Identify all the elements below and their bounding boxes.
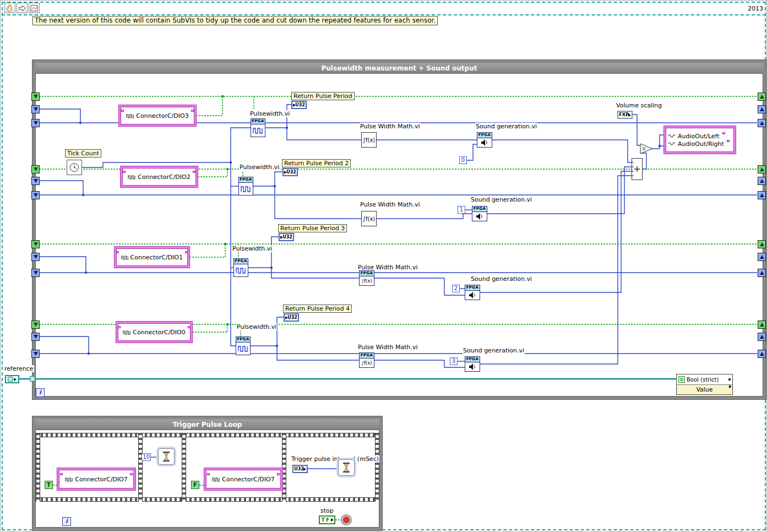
- fpga-io-node-dio2[interactable]: ConnectorC/DIO2: [121, 166, 198, 187]
- terminal-mark: [118, 326, 121, 328]
- shift-register-right-int-3a[interactable]: [758, 253, 766, 261]
- terminal-mark: [728, 378, 731, 381]
- shift-register-right-int-4a[interactable]: [758, 333, 766, 341]
- pulsewidth-vi-node[interactable]: FPGA: [251, 118, 265, 137]
- property-class-name: Bool (strict): [687, 377, 719, 383]
- fpga-io-node-dio3[interactable]: ConnectorC/DIO3: [119, 105, 196, 126]
- shift-register-right-int-1b[interactable]: [758, 119, 766, 127]
- shift-register-left-bool-4[interactable]: [31, 321, 40, 329]
- wait-ms-constant[interactable]: 10: [142, 453, 151, 461]
- shift-register-right-bool-3[interactable]: [758, 240, 766, 248]
- multiply-node[interactable]: [638, 140, 655, 157]
- fpga-io-node-dio7-set[interactable]: ConnectorC/DIO7: [57, 468, 135, 490]
- shift-register-left-int-3b[interactable]: [31, 269, 40, 277]
- pulse-width-math-label: Pulse Width Math.vi: [360, 123, 421, 130]
- tick-count-node[interactable]: [67, 160, 82, 175]
- shift-register-left-bool-3[interactable]: [31, 240, 40, 248]
- reference-tunnel[interactable]: [30, 376, 35, 382]
- pulsewidth-vi-node[interactable]: FPGA: [233, 258, 248, 277]
- plus-icon: [632, 159, 642, 180]
- control-arrow-icon: [628, 113, 631, 117]
- refnum-icon: [8, 377, 13, 382]
- fpga-io-node-dio0[interactable]: ConnectorC/DIO0: [116, 322, 192, 343]
- channel-constant-2[interactable]: 2: [452, 285, 460, 292]
- pulsewidth-vi-label: Pulsewidth.vi: [239, 164, 280, 171]
- sound-generation-node[interactable]: FPGA: [477, 132, 492, 148]
- shift-register-right-bool-4[interactable]: [758, 321, 766, 329]
- pulse-width-math-node[interactable]: FPGA ∫f(x): [359, 270, 374, 286]
- shift-register-right-int-2a[interactable]: [758, 177, 766, 185]
- trigger-loop-iteration-terminal[interactable]: i: [62, 517, 71, 526]
- pulsewidth-vi-node[interactable]: FPGA: [236, 336, 251, 355]
- tick-count-icon: [69, 162, 79, 172]
- wait-interval-node[interactable]: [338, 459, 355, 476]
- shift-register-left-int-1b[interactable]: [31, 119, 40, 127]
- shift-register-right-int-2b[interactable]: [758, 191, 766, 199]
- connector-name: ConnectorC/DIO2: [138, 173, 191, 181]
- hourglass-icon: [162, 451, 171, 462]
- sound-generation-node[interactable]: FPGA: [465, 285, 480, 300]
- connector-name: ConnectorC/DIO1: [130, 254, 183, 261]
- fpga-io-node-audioout[interactable]: AudioOut/Left AudioOut/Right: [664, 126, 736, 154]
- pulse-train-icon: [253, 127, 263, 134]
- digital-waveform-icon: [65, 477, 73, 482]
- return-pulse-period-terminal[interactable]: U32: [279, 233, 294, 241]
- pulse-width-math-node[interactable]: FPGA ∫f(x): [359, 352, 374, 368]
- shift-register-left-int-3a[interactable]: [31, 253, 40, 261]
- pulse-width-math-node[interactable]: ∫f(x): [361, 211, 377, 226]
- shift-register-left-int-2a[interactable]: [31, 177, 40, 185]
- pulsewidth-vi-label: Pulsewidth.vi: [249, 110, 290, 117]
- digital-waveform-icon: [128, 175, 135, 180]
- reference-terminal[interactable]: [5, 375, 19, 383]
- shift-register-left-int-2b[interactable]: [31, 191, 40, 199]
- property-value-row[interactable]: Value: [677, 384, 732, 394]
- shift-register-left-bool-1[interactable]: [31, 93, 40, 101]
- arrow-up-icon: [760, 95, 764, 99]
- volume-scaling-terminal[interactable]: FXP: [617, 111, 633, 119]
- true-constant[interactable]: T: [45, 481, 53, 489]
- terminal-mark: [277, 473, 280, 475]
- fpga-io-node-dio7-clear[interactable]: ConnectorC/DIO7: [204, 468, 282, 490]
- shift-register-right-bool-2[interactable]: [758, 165, 766, 173]
- return-pulse-period-label: Return Pulse Period: [291, 92, 355, 100]
- fpga-io-node-dio1[interactable]: ConnectorC/DIO1: [115, 247, 189, 268]
- sound-generation-node[interactable]: FPGA: [465, 356, 480, 372]
- main-loop-iteration-terminal[interactable]: i: [36, 388, 45, 397]
- false-constant[interactable]: F: [191, 481, 199, 489]
- terminal-mark: [116, 251, 119, 253]
- shift-register-left-int-4b[interactable]: [31, 350, 40, 358]
- arrow-down-icon: [34, 193, 38, 197]
- pulsewidth-vi-node[interactable]: FPGA: [238, 177, 253, 196]
- trigger-interval-terminal[interactable]: U32: [292, 465, 308, 473]
- channel-constant-0[interactable]: 0: [459, 156, 467, 164]
- arrow-down-icon: [34, 335, 38, 339]
- shift-register-right-int-4b[interactable]: [758, 350, 766, 358]
- shift-register-right-bool-1[interactable]: [758, 93, 766, 101]
- stop-terminal[interactable]: TF: [319, 515, 335, 524]
- shift-register-left-int-1a[interactable]: [31, 105, 40, 113]
- shift-register-right-int-3b[interactable]: [758, 269, 766, 277]
- channel-constant-1[interactable]: 1: [458, 206, 465, 214]
- sound-generation-node[interactable]: FPGA: [472, 206, 487, 221]
- return-pulse-period-terminal[interactable]: U32: [282, 168, 298, 176]
- shift-register-left-bool-2[interactable]: [31, 165, 40, 173]
- trigger-interval-label: Trigger pulse interval (mSec): [291, 455, 379, 463]
- shift-register-left-int-4a[interactable]: [31, 333, 40, 341]
- stop-label: stop: [320, 507, 334, 514]
- return-pulse-period-terminal[interactable]: U32: [284, 313, 299, 322]
- fpga-tag: FPGA: [234, 259, 248, 264]
- channel-constant-3[interactable]: 3: [450, 357, 458, 365]
- compound-arithmetic-add-node[interactable]: [632, 158, 643, 180]
- connector-name: ConnectorC/DIO7: [75, 476, 128, 483]
- integral-icon: ∫f(x): [363, 137, 375, 143]
- bool-property-node[interactable]: Bool (strict) Value: [676, 374, 733, 395]
- pulse-width-math-node[interactable]: ∫f(x): [361, 132, 377, 148]
- terminal-mark: [191, 110, 194, 112]
- connector-name: ConnectorC/DIO3: [136, 112, 189, 120]
- wait-ms-node[interactable]: [158, 448, 175, 465]
- return-pulse-period-terminal[interactable]: U32: [291, 101, 307, 109]
- terminal-mark: [188, 326, 191, 328]
- shift-register-right-int-1a[interactable]: [758, 105, 766, 113]
- connector-name: ConnectorC/DIO7: [222, 476, 275, 483]
- stop-button[interactable]: [341, 515, 351, 525]
